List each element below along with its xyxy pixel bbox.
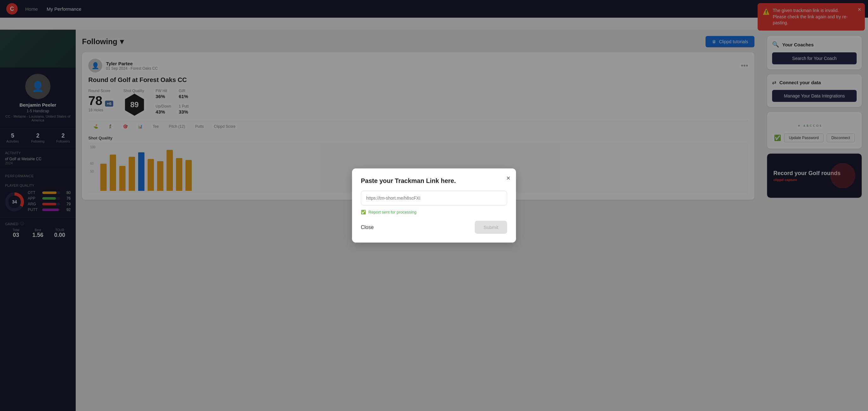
- modal-close-button[interactable]: Close: [361, 225, 374, 230]
- modal-close-icon-button[interactable]: ×: [506, 174, 510, 182]
- success-check-icon: ✅: [361, 210, 366, 215]
- trackman-link-input[interactable]: [361, 191, 507, 205]
- modal-overlay[interactable]: Paste your Trackman Link here. × ✅ Repor…: [0, 0, 868, 411]
- modal-success-message: ✅ Report sent for processing: [361, 210, 507, 215]
- modal-footer: Close Submit: [361, 221, 507, 234]
- modal-success-text: Report sent for processing: [368, 210, 416, 215]
- modal-title: Paste your Trackman Link here.: [361, 177, 507, 185]
- modal-submit-button[interactable]: Submit: [475, 221, 507, 234]
- trackman-modal: Paste your Trackman Link here. × ✅ Repor…: [352, 168, 516, 243]
